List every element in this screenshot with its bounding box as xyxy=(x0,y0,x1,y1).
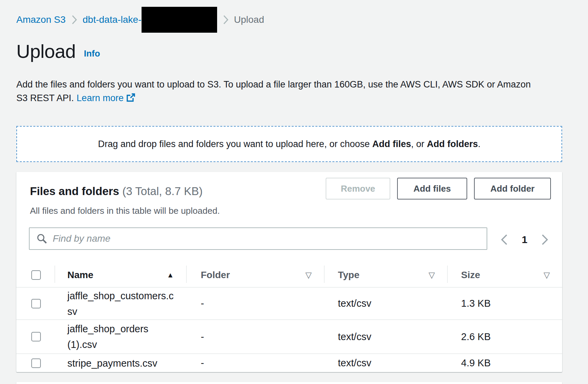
search-icon xyxy=(36,233,47,244)
column-header-folder[interactable]: Folder ▽ xyxy=(186,262,324,288)
breadcrumb-chevron-icon xyxy=(223,15,229,25)
redaction-box xyxy=(142,7,217,33)
table-row: stripe_payments.csv - text/csv 4.9 KB xyxy=(16,354,562,372)
search-bar xyxy=(29,227,487,250)
previous-page-button[interactable] xyxy=(499,233,509,247)
cell-type: text/csv xyxy=(324,331,447,342)
cell-folder: - xyxy=(186,298,324,309)
learn-more-link[interactable]: Learn more xyxy=(77,93,124,103)
table-row: jaffle_shop_orders (1).csv - text/csv 2.… xyxy=(16,320,562,354)
add-folder-button[interactable]: Add folder xyxy=(474,178,551,199)
filter-down-icon: ▽ xyxy=(544,270,550,280)
column-header-size[interactable]: Size ▽ xyxy=(447,262,562,288)
cell-name: stripe_payments.csv xyxy=(54,355,186,371)
cell-type: text/csv xyxy=(324,298,447,309)
page-number-button[interactable]: 1 xyxy=(522,234,527,245)
table-header-checkbox-cell xyxy=(16,270,54,280)
chevron-left-icon xyxy=(501,234,508,245)
breadcrumb: Amazon S3 dbt-data-lake- Upload xyxy=(16,7,264,33)
sort-ascending-icon: ▲ xyxy=(167,271,174,279)
cell-type: text/csv xyxy=(324,357,447,369)
column-header-type[interactable]: Type ▽ xyxy=(324,262,447,288)
panel-subtitle: All files and folders in this table will… xyxy=(30,206,220,216)
panel-title: Files and folders (3 Total, 8.7 KB) xyxy=(30,185,202,198)
cell-folder: - xyxy=(186,331,324,342)
dropzone-text: Drag and drop files and folders you want… xyxy=(98,139,480,149)
next-section-card xyxy=(16,382,562,384)
row-checkbox[interactable] xyxy=(31,358,41,368)
chevron-right-icon xyxy=(541,234,549,245)
table-header-row: Name ▲ Folder ▽ Type ▽ Size ▽ xyxy=(16,262,562,288)
row-checkbox[interactable] xyxy=(31,332,41,341)
s3-upload-page: Amazon S3 dbt-data-lake- Upload Upload I… xyxy=(0,0,588,384)
table-row: jaffle_shop_customers.csv - text/csv 1.3… xyxy=(16,288,562,320)
page-title: Upload xyxy=(16,40,76,62)
upload-dropzone[interactable]: Drag and drop files and folders you want… xyxy=(16,126,562,162)
pagination: 1 xyxy=(499,233,550,247)
next-page-button[interactable] xyxy=(540,233,550,247)
row-checkbox[interactable] xyxy=(31,299,41,308)
breadcrumb-bucket-link[interactable]: dbt-data-lake- xyxy=(83,14,142,25)
panel-actions: Remove Add files Add folder xyxy=(326,178,551,199)
page-description: Add the files and folders you want to up… xyxy=(16,78,561,106)
info-link[interactable]: Info xyxy=(84,48,100,59)
remove-button[interactable]: Remove xyxy=(326,178,390,199)
breadcrumb-current: Upload xyxy=(234,14,264,25)
select-all-checkbox[interactable] xyxy=(31,270,41,280)
cell-name: jaffle_shop_orders (1).csv xyxy=(54,321,186,352)
search-input[interactable] xyxy=(29,227,487,250)
filter-down-icon: ▽ xyxy=(429,270,435,280)
cell-size: 1.3 KB xyxy=(447,298,562,309)
cell-size: 4.9 KB xyxy=(447,357,562,369)
breadcrumb-amazon-s3-link[interactable]: Amazon S3 xyxy=(16,14,66,25)
description-line2: S3 REST API. xyxy=(16,93,74,103)
cell-folder: - xyxy=(186,357,324,369)
add-files-button[interactable]: Add files xyxy=(397,178,467,199)
external-link-icon xyxy=(126,92,135,106)
column-header-name[interactable]: Name ▲ xyxy=(54,262,186,288)
breadcrumb-chevron-icon xyxy=(71,15,77,25)
cell-size: 2.6 KB xyxy=(447,331,562,342)
table-body: jaffle_shop_customers.csv - text/csv 1.3… xyxy=(16,288,562,372)
files-and-folders-panel: Files and folders (3 Total, 8.7 KB) All … xyxy=(16,172,562,372)
cell-name: jaffle_shop_customers.csv xyxy=(54,288,186,319)
page-header: Upload Info xyxy=(16,40,100,62)
filter-down-icon: ▽ xyxy=(306,270,312,280)
description-line1: Add the files and folders you want to up… xyxy=(16,79,531,90)
